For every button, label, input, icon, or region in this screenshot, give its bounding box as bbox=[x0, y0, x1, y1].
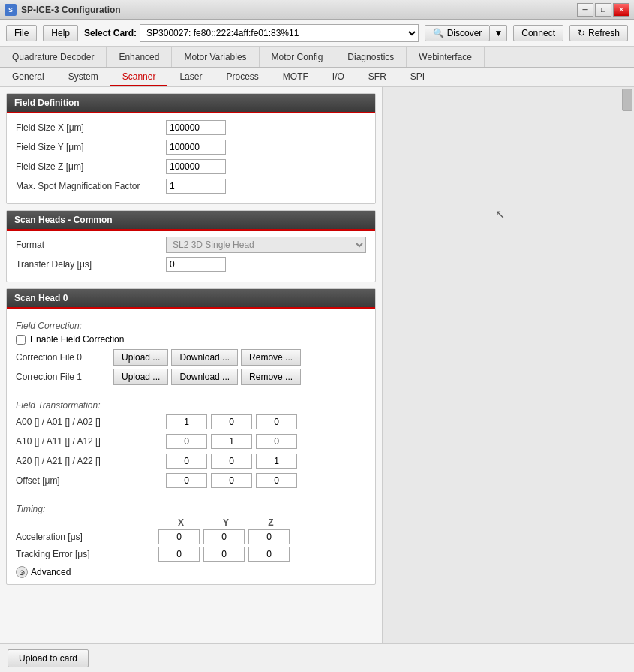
correction-file-1-row: Correction File 1 Upload ... Download ..… bbox=[16, 369, 366, 385]
refresh-icon: ↻ bbox=[578, 28, 585, 38]
nav-item-enhanced[interactable]: Enhanced bbox=[107, 47, 172, 67]
field-size-y-input[interactable] bbox=[166, 140, 226, 155]
tracking-error-y-input[interactable] bbox=[203, 547, 245, 562]
enable-correction-checkbox[interactable] bbox=[16, 335, 26, 345]
matrix-a20-label: A20 [] / A21 [] / A22 [] bbox=[16, 456, 166, 466]
matrix-a01-input[interactable] bbox=[211, 414, 252, 429]
scrollbar-thumb[interactable] bbox=[622, 89, 632, 111]
upload-to-card-button[interactable]: Upload to card bbox=[8, 649, 89, 667]
matrix-a11-input[interactable] bbox=[211, 434, 252, 449]
window-title: SP-ICE-3 Configuration bbox=[21, 5, 121, 15]
offset-x-input[interactable] bbox=[166, 473, 207, 488]
format-select[interactable]: SL2 3D Single Head bbox=[166, 237, 366, 253]
nav-item-motor-variables[interactable]: Motor Variables bbox=[172, 47, 259, 67]
select-card-label: Select Card: bbox=[84, 28, 137, 38]
scan-heads-common-section: Scan Heads - Common Format SL2 3D Single… bbox=[6, 210, 376, 282]
advanced-row[interactable]: ⊙ Advanced bbox=[16, 566, 366, 578]
tab-system[interactable]: System bbox=[56, 68, 110, 86]
field-row-size-y: Field Size Y [μm] bbox=[16, 139, 366, 155]
tracking-error-x-input[interactable] bbox=[158, 547, 200, 562]
scan-head-0-header: Scan Head 0 bbox=[7, 289, 375, 309]
field-size-z-label: Field Size Z [μm] bbox=[16, 161, 166, 172]
timing-title: Timing: bbox=[16, 504, 366, 514]
transfer-delay-input[interactable] bbox=[166, 257, 226, 272]
scan-heads-common-body: Format SL2 3D Single Head Transfer Delay… bbox=[7, 231, 375, 282]
tab-sfr[interactable]: SFR bbox=[356, 68, 398, 86]
tab-process[interactable]: Process bbox=[214, 68, 270, 86]
tracking-error-row: Tracking Error [μs] bbox=[16, 547, 366, 562]
field-definition-header: Field Definition bbox=[7, 94, 375, 113]
acceleration-label: Acceleration [μs] bbox=[16, 532, 158, 542]
matrix-a10-label: A10 [] / A11 [] / A12 [] bbox=[16, 436, 166, 447]
tab-motf[interactable]: MOTF bbox=[271, 68, 320, 86]
main-content: Field Definition Field Size X [μm] Field… bbox=[0, 87, 634, 643]
field-definition-section: Field Definition Field Size X [μm] Field… bbox=[6, 93, 376, 204]
tab-laser[interactable]: Laser bbox=[167, 68, 214, 86]
offset-y-input[interactable] bbox=[211, 473, 252, 488]
enable-correction-row: Enable Field Correction bbox=[16, 334, 366, 345]
matrix-a02-input[interactable] bbox=[256, 414, 297, 429]
matrix-a00-input[interactable] bbox=[166, 414, 207, 429]
offset-z-input[interactable] bbox=[256, 473, 297, 488]
discover-button[interactable]: 🔍 Discover bbox=[425, 25, 491, 41]
nav-item-motor-config[interactable]: Motor Config bbox=[260, 47, 336, 67]
field-size-z-input[interactable] bbox=[166, 159, 226, 174]
matrix-row-a10: A10 [] / A11 [] / A12 [] bbox=[16, 433, 366, 450]
format-row: Format SL2 3D Single Head bbox=[16, 237, 366, 253]
correction-file-1-label: Correction File 1 bbox=[16, 372, 113, 382]
maximize-button[interactable]: □ bbox=[595, 3, 611, 17]
acceleration-z-input[interactable] bbox=[248, 529, 290, 544]
magnification-input[interactable] bbox=[166, 179, 226, 194]
matrix-row-offset: Offset [μm] bbox=[16, 472, 366, 489]
acceleration-x-input[interactable] bbox=[158, 529, 200, 544]
field-size-y-label: Field Size Y [μm] bbox=[16, 142, 166, 152]
scan-head-0-body: Field Correction: Enable Field Correctio… bbox=[7, 309, 375, 584]
refresh-button[interactable]: ↻ Refresh bbox=[569, 25, 628, 41]
discover-dropdown-button[interactable]: ▼ bbox=[490, 25, 507, 41]
download-file-1-button[interactable]: Download ... bbox=[171, 369, 238, 385]
field-size-x-input[interactable] bbox=[166, 120, 226, 135]
remove-file-1-button[interactable]: Remove ... bbox=[241, 369, 301, 385]
matrix-a21-input[interactable] bbox=[211, 454, 252, 469]
help-menu-button[interactable]: Help bbox=[43, 25, 78, 41]
matrix-row-a00: A00 [] / A01 [] / A02 [] bbox=[16, 414, 366, 430]
close-button[interactable]: ✕ bbox=[613, 3, 629, 17]
connect-button[interactable]: Connect bbox=[513, 25, 563, 41]
file-menu-button[interactable]: File bbox=[6, 25, 37, 41]
enable-correction-label: Enable Field Correction bbox=[30, 334, 124, 345]
field-definition-body: Field Size X [μm] Field Size Y [μm] Fiel… bbox=[7, 113, 375, 203]
nav-item-webinterface[interactable]: Webinterface bbox=[407, 47, 484, 67]
tab-spi[interactable]: SPI bbox=[398, 68, 437, 86]
format-label: Format bbox=[16, 240, 166, 250]
matrix-a10-input[interactable] bbox=[166, 434, 207, 449]
title-bar: S SP-ICE-3 Configuration ─ □ ✕ bbox=[0, 0, 634, 20]
bottom-bar: Upload to card bbox=[0, 643, 634, 672]
tab-io[interactable]: I/O bbox=[320, 68, 356, 86]
app-icon: S bbox=[5, 4, 17, 16]
tab-scanner[interactable]: Scanner bbox=[110, 68, 168, 86]
remove-file-0-button[interactable]: Remove ... bbox=[241, 349, 301, 366]
upload-file-0-button[interactable]: Upload ... bbox=[113, 349, 168, 366]
tab-general[interactable]: General bbox=[0, 68, 56, 86]
timing-col-z: Z bbox=[248, 517, 293, 528]
cursor-indicator: ↖ bbox=[495, 207, 505, 221]
nav-item-quadrature-decoder[interactable]: Quadrature Decoder bbox=[0, 47, 107, 67]
download-file-0-button[interactable]: Download ... bbox=[171, 349, 238, 366]
magnification-label: Max. Spot Magnification Factor bbox=[16, 181, 166, 191]
scan-head-0-section: Scan Head 0 Field Correction: Enable Fie… bbox=[6, 288, 376, 585]
timing-col-x: X bbox=[158, 517, 203, 528]
transfer-delay-row: Transfer Delay [μs] bbox=[16, 256, 366, 273]
matrix-a22-input[interactable] bbox=[256, 454, 297, 469]
upload-file-1-button[interactable]: Upload ... bbox=[113, 369, 168, 385]
field-row-size-x: Field Size X [μm] bbox=[16, 119, 366, 136]
minimize-button[interactable]: ─ bbox=[577, 3, 593, 17]
card-select[interactable]: SP300027: fe80::222:4aff:fe01:83%11 bbox=[140, 24, 419, 42]
nav-item-diagnostics[interactable]: Diagnostics bbox=[335, 47, 407, 67]
correction-file-0-row: Correction File 0 Upload ... Download ..… bbox=[16, 349, 366, 366]
scan-heads-common-header: Scan Heads - Common bbox=[7, 211, 375, 231]
tracking-error-z-input[interactable] bbox=[248, 547, 290, 562]
matrix-a12-input[interactable] bbox=[256, 434, 297, 449]
field-row-size-z: Field Size Z [μm] bbox=[16, 158, 366, 175]
acceleration-y-input[interactable] bbox=[203, 529, 245, 544]
matrix-a20-input[interactable] bbox=[166, 454, 207, 469]
